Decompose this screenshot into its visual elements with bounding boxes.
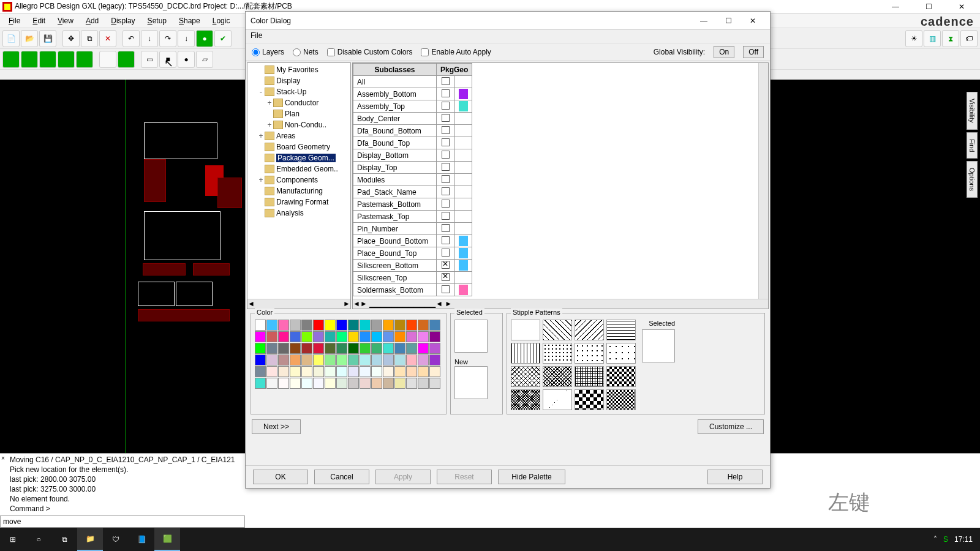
visibility-checkbox[interactable] [437,88,455,100]
palette-color[interactable] [360,378,371,389]
palette-color[interactable] [301,378,312,389]
check-disable-colors[interactable]: Disable Custom Colors [327,48,413,56]
stipple-dots3[interactable] [606,343,636,364]
radio-nets[interactable]: Nets [293,48,318,56]
palette-color[interactable] [360,343,371,354]
visibility-checkbox[interactable] [437,125,455,137]
palette-color[interactable] [418,378,429,389]
palette-color[interactable] [406,378,417,389]
tab-visibility[interactable]: Visibility [967,92,978,130]
tab-find[interactable]: Find [967,132,978,159]
tree-item[interactable]: Manufacturing [249,186,349,197]
cancel-button[interactable]: Cancel [314,470,369,484]
rect-icon[interactable]: ▭ [141,51,158,68]
dialog-minimize-button[interactable]: — [692,12,716,29]
stipple-vert[interactable] [511,343,540,364]
shape7-icon[interactable] [118,51,135,68]
shape6-icon[interactable] [99,51,116,68]
menu-edit[interactable]: Edit [26,15,51,27]
square-icon[interactable]: ■ [159,51,176,68]
visibility-checkbox[interactable] [437,186,455,198]
taskview-icon[interactable]: ⧉ [51,528,77,551]
apply-button[interactable]: Apply [375,470,431,484]
palette-color[interactable] [290,343,301,354]
palette-color[interactable] [266,378,277,389]
palette-color[interactable] [325,343,336,354]
palette-color[interactable] [336,354,347,365]
tree-item[interactable]: Board Geometry [249,141,349,152]
menu-view[interactable]: View [51,15,80,27]
redo-down-icon[interactable]: ↓ [178,30,195,47]
palette-color[interactable] [383,320,394,331]
palette-color[interactable] [348,320,359,331]
palette-color[interactable] [278,378,289,389]
palette-color[interactable] [255,320,266,331]
explorer-icon[interactable]: 📁 [77,528,103,551]
dialog-maximize-button[interactable]: ☐ [716,12,741,29]
maximize-button[interactable]: ☐ [918,1,940,13]
palette-color[interactable] [266,366,277,377]
stipple-solid[interactable] [511,320,540,340]
palette-color[interactable] [301,343,312,354]
palette-color[interactable] [348,378,359,389]
stipple-p13[interactable] [511,389,540,410]
palette-color[interactable] [278,366,289,377]
stipple-cross2[interactable] [543,366,572,387]
ok-button[interactable]: OK [253,470,308,484]
palette-color[interactable] [278,320,289,331]
palette-color[interactable] [371,366,382,377]
color-swatch[interactable] [455,272,472,284]
pin-icon[interactable]: ✔ [214,30,232,47]
palette-color[interactable] [406,320,417,331]
palette-color[interactable] [383,366,394,377]
palette-color[interactable] [313,354,324,365]
palette-color[interactable] [383,343,394,354]
palette-color[interactable] [325,354,336,365]
palette-color[interactable] [290,378,301,389]
shape2-icon[interactable] [21,51,38,68]
visibility-checkbox[interactable] [437,211,455,223]
palette-color[interactable] [394,331,405,342]
palette-color[interactable] [255,378,266,389]
tree-item[interactable]: My Favorites [249,64,349,75]
color-swatch[interactable] [455,137,472,149]
visibility-checkbox[interactable] [437,113,455,125]
palette-color[interactable] [336,378,347,389]
menu-shape[interactable]: Shape [173,15,206,27]
palette-color[interactable] [383,378,394,389]
palette-color[interactable] [336,343,347,354]
check-enable-auto[interactable]: Enable Auto Apply [421,48,491,56]
tree-item[interactable]: Package Geom... [249,152,349,163]
palette-color[interactable] [325,320,336,331]
stipple-p16[interactable] [606,389,636,410]
palette-color[interactable] [360,354,371,365]
color-swatch[interactable] [455,186,472,198]
palette-color[interactable] [418,343,429,354]
tree-item[interactable]: +Conductor [249,97,349,108]
minimize-button[interactable]: — [884,1,907,13]
palette-color[interactable] [255,366,266,377]
palette-color[interactable] [429,320,440,331]
menu-add[interactable]: Add [80,15,105,27]
tree-item[interactable]: Analysis [249,208,349,219]
visibility-checkbox[interactable] [437,223,455,235]
visibility-checkbox[interactable] [437,174,455,186]
palette-color[interactable] [336,320,347,331]
palette-color[interactable] [371,378,382,389]
palette-color[interactable] [325,366,336,377]
palette-color[interactable] [313,378,324,389]
palette-color[interactable] [348,331,359,342]
tree-item[interactable]: -Stack-Up [249,86,349,97]
hourglass-icon[interactable]: ⧗ [942,30,959,47]
palette-color[interactable] [394,343,405,354]
color-swatch[interactable] [455,125,472,137]
palette-color[interactable] [429,354,440,365]
palette-color[interactable] [394,320,405,331]
tree-item[interactable]: Embedded Geom.. [249,163,349,174]
visibility-checkbox[interactable] [437,162,455,174]
palette-color[interactable] [278,331,289,342]
visibility-checkbox[interactable] [437,272,455,284]
palette-color[interactable] [336,331,347,342]
visibility-checkbox[interactable] [437,198,455,211]
palette-color[interactable] [266,343,277,354]
